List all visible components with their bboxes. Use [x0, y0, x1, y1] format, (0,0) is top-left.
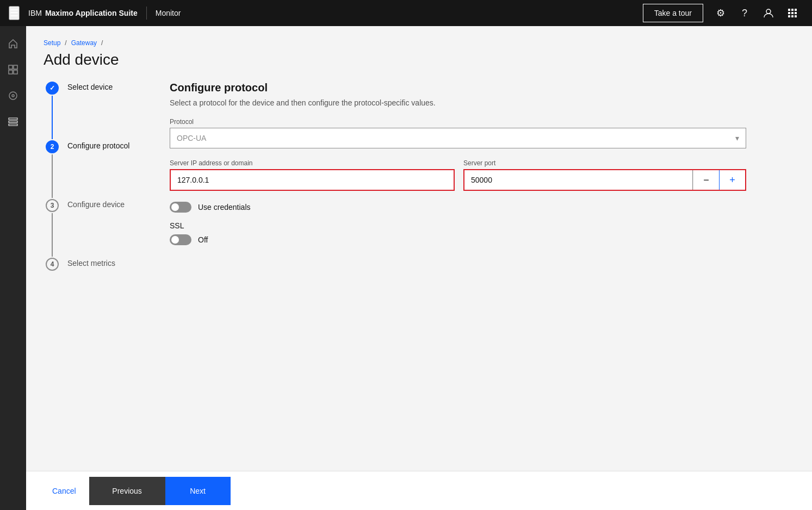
brand: IBM Maximo Application Suite: [28, 9, 138, 17]
ssl-toggle-thumb: [171, 236, 179, 244]
step-1: ✓ Select device: [44, 82, 152, 140]
server-port-field-group: Server port − +: [463, 159, 746, 191]
step-3-connector: [52, 213, 53, 257]
step-1-indicator-col: ✓: [44, 82, 61, 140]
page-content-area: Setup / Gateway / Add device ✓: [26, 26, 812, 471]
step-1-connector: [52, 96, 53, 139]
port-increment-button[interactable]: +: [719, 170, 745, 190]
server-ip-input[interactable]: [170, 169, 455, 191]
svg-rect-5: [791, 12, 794, 14]
svg-point-0: [766, 9, 771, 14]
svg-rect-13: [14, 70, 17, 74]
step-4-number: 4: [51, 260, 54, 268]
protocol-value: OPC-UA: [177, 134, 206, 142]
step-1-label: Select device: [67, 82, 113, 91]
protocol-field-wrapper: Protocol OPC-UA ▾: [170, 118, 746, 148]
step-2-connector: [52, 154, 53, 198]
breadcrumb-gateway[interactable]: Gateway: [71, 39, 97, 47]
apps-icon[interactable]: [782, 0, 803, 26]
use-credentials-toggle-track[interactable]: [170, 202, 191, 213]
sidebar-item-list[interactable]: [0, 109, 26, 135]
svg-rect-7: [788, 15, 790, 17]
ssl-toggle-row: Off: [170, 234, 795, 245]
ssl-toggle[interactable]: [170, 234, 191, 245]
svg-rect-9: [795, 15, 797, 17]
step-4-label: Select metrics: [67, 258, 115, 268]
protocol-chevron-icon: ▾: [735, 134, 739, 142]
port-decrement-button[interactable]: −: [693, 170, 719, 190]
svg-rect-4: [788, 12, 790, 14]
step-1-check: ✓: [49, 84, 55, 92]
svg-rect-11: [14, 65, 17, 69]
svg-rect-10: [9, 65, 13, 69]
page-title: Add device: [44, 51, 795, 69]
cancel-button[interactable]: Cancel: [44, 480, 85, 502]
top-navigation: ☰ IBM Maximo Application Suite Monitor T…: [0, 0, 812, 26]
module-label: Monitor: [156, 9, 181, 17]
sidebar-item-monitor[interactable]: [0, 83, 26, 109]
svg-point-14: [9, 92, 17, 99]
nav-icon-group: ⚙ ?: [710, 0, 803, 26]
settings-icon[interactable]: ⚙: [710, 0, 732, 26]
breadcrumb-setup[interactable]: Setup: [44, 39, 60, 47]
use-credentials-toggle-thumb: [171, 203, 179, 211]
svg-rect-18: [9, 124, 17, 126]
previous-button[interactable]: Previous: [89, 477, 165, 505]
step-1-circle: ✓: [46, 82, 59, 95]
wizard: ✓ Select device 2: [44, 82, 795, 271]
svg-rect-16: [9, 118, 17, 120]
svg-rect-2: [791, 9, 794, 11]
sidebar-item-home[interactable]: [0, 30, 26, 57]
svg-rect-1: [788, 9, 790, 11]
ssl-toggle-track[interactable]: [170, 234, 191, 245]
steps-panel: ✓ Select device 2: [44, 82, 152, 271]
step-3-circle: 3: [46, 199, 59, 212]
step-3: 3 Configure device: [44, 199, 152, 258]
main-content: Setup / Gateway / Add device ✓: [26, 26, 812, 510]
protocol-dropdown[interactable]: OPC-UA ▾: [170, 128, 746, 148]
server-ip-field-group: Server IP address or domain: [170, 159, 455, 191]
sidebar-item-dashboard[interactable]: [0, 57, 26, 83]
step-2: 2 Configure protocol: [44, 140, 152, 199]
protocol-label: Protocol: [170, 118, 746, 126]
use-credentials-row: Use credentials: [170, 202, 795, 213]
ssl-section: SSL Off: [170, 221, 795, 245]
step-4-indicator-col: 4: [44, 258, 61, 271]
next-button[interactable]: Next: [165, 477, 231, 505]
configure-protocol-title: Configure protocol: [170, 82, 795, 94]
svg-rect-6: [795, 12, 797, 14]
port-input-wrapper: − +: [463, 169, 746, 191]
svg-rect-3: [795, 9, 797, 11]
breadcrumb-sep1: /: [65, 39, 66, 47]
step-2-circle: 2: [46, 140, 59, 153]
svg-rect-17: [9, 121, 17, 123]
svg-rect-12: [9, 70, 13, 74]
svg-point-15: [12, 95, 14, 97]
breadcrumb-sep2: /: [101, 39, 103, 47]
menu-icon[interactable]: ☰: [9, 6, 20, 20]
user-icon[interactable]: [758, 0, 779, 26]
configure-protocol-desc: Select a protocol for the device and the…: [170, 98, 795, 107]
svg-rect-8: [791, 15, 794, 17]
nav-divider: [146, 7, 147, 20]
step-2-number: 2: [51, 143, 54, 151]
server-port-input[interactable]: [464, 170, 692, 190]
brand-mas: Maximo Application Suite: [45, 9, 138, 17]
take-tour-button[interactable]: Take a tour: [643, 4, 703, 22]
sidebar: [0, 26, 26, 510]
step-4: 4 Select metrics: [44, 258, 152, 271]
breadcrumb: Setup / Gateway /: [44, 39, 795, 47]
help-icon[interactable]: ?: [734, 0, 755, 26]
step-4-circle: 4: [46, 258, 59, 271]
wizard-step-content: Configure protocol Select a protocol for…: [152, 82, 795, 271]
step-3-indicator-col: 3: [44, 199, 61, 258]
ssl-state-label: Off: [198, 235, 208, 244]
server-port-label: Server port: [463, 159, 746, 167]
server-ip-label: Server IP address or domain: [170, 159, 455, 167]
step-3-number: 3: [51, 202, 54, 209]
step-3-label: Configure device: [67, 199, 125, 209]
wizard-footer: Cancel Previous Next: [26, 471, 812, 510]
step-2-label: Configure protocol: [67, 140, 129, 150]
use-credentials-toggle[interactable]: [170, 202, 191, 213]
ssl-section-label: SSL: [170, 221, 795, 230]
